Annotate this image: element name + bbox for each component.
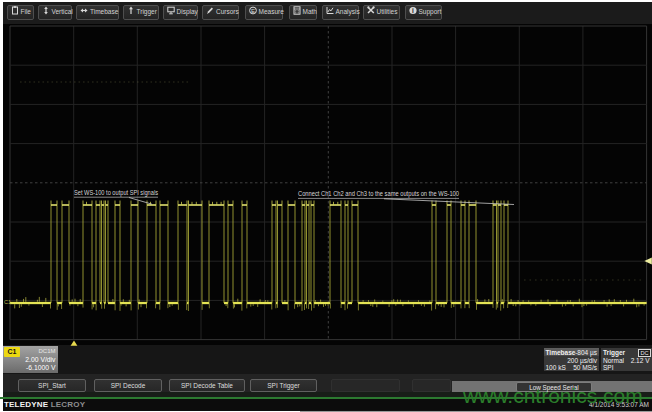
svg-text:Set WS-100 to output SPI signa: Set WS-100 to output SPI signals [74,189,158,197]
svg-text:C1: C1 [4,299,11,305]
svg-text:Connect Ch1 Ch2 and Ch3 to the: Connect Ch1 Ch2 and Ch3 to the same outp… [298,190,459,198]
